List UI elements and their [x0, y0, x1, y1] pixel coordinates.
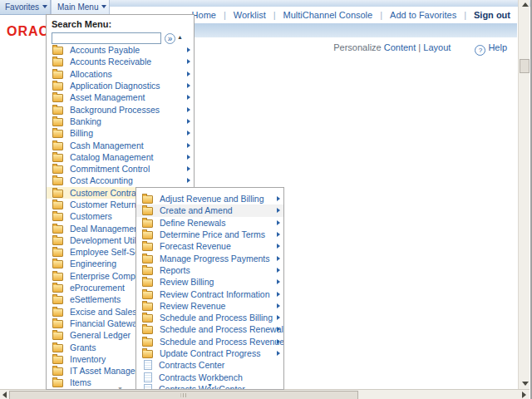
submenu-arrow-icon	[187, 178, 190, 183]
folder-icon	[52, 71, 63, 79]
submenu-item[interactable]: Review Contract Information	[136, 288, 283, 299]
folder-icon	[142, 255, 153, 264]
submenu-item-label: Create and Amend	[160, 205, 283, 215]
menu-item[interactable]: Accounts Payable	[47, 44, 194, 56]
menu-item[interactable]: Cost Accounting	[47, 175, 194, 186]
submenu-item[interactable]: Review Revenue	[136, 300, 283, 312]
menu-item[interactable]: Banking	[47, 116, 194, 127]
tab-favorites[interactable]: Favorites	[0, 0, 51, 15]
scroll-down-icon[interactable]: ▼	[207, 382, 213, 388]
tab-main-menu[interactable]: Main Menu	[51, 0, 110, 14]
personalize-content-link[interactable]: Content	[384, 42, 416, 52]
menu-item[interactable]: Allocations	[47, 68, 194, 80]
menu-item[interactable]: Cash Management	[47, 139, 194, 150]
submenu-item[interactable]: Schedule and Process Renewals	[136, 323, 283, 335]
submenu-item[interactable]: Schedule and Process Billing	[136, 312, 283, 323]
vertical-scrollbar[interactable]	[518, 0, 530, 389]
customer-contracts-submenu: Adjust Revenue and Billing Create and Am…	[135, 187, 284, 390]
horizontal-scrollbar[interactable]	[0, 389, 530, 399]
folder-icon	[142, 219, 153, 228]
chevron-down-icon	[42, 5, 47, 8]
scroll-up-icon[interactable]: ▲	[177, 34, 183, 40]
folder-icon	[142, 314, 153, 323]
folder-icon	[52, 201, 63, 209]
horizontal-scrollbar-thumb[interactable]	[9, 391, 358, 399]
search-input[interactable]	[52, 32, 161, 44]
submenu-item[interactable]: Manage Progress Payments	[136, 252, 283, 264]
submenu-item[interactable]: Update Contract Progress	[136, 347, 283, 359]
submenu-arrow-icon	[277, 208, 280, 213]
menu-item-label: Background Processes	[70, 105, 194, 115]
menu-item[interactable]: Catalog Management	[47, 151, 194, 163]
submenu-item[interactable]: Create and Amend	[136, 204, 283, 216]
submenu-item[interactable]: Adjust Revenue and Billing	[136, 193, 283, 204]
folder-icon	[142, 195, 153, 204]
submenu-item[interactable]: Reports	[136, 264, 283, 276]
search-menu-label: Search Menu:	[52, 19, 189, 29]
layout-link[interactable]: Layout	[423, 42, 451, 52]
scrollbar-left-icon[interactable]	[2, 392, 7, 398]
submenu-item[interactable]: Contracts Center	[136, 359, 283, 371]
doc-icon	[144, 384, 152, 389]
submenu-item[interactable]: Contracts Workbench	[136, 371, 283, 382]
menu-item[interactable]: Application Diagnostics	[47, 80, 194, 91]
menu-item[interactable]: Commitment Control	[47, 163, 194, 175]
submenu-arrow-icon	[277, 220, 280, 225]
submenu-arrow-icon	[277, 327, 280, 332]
header-nav-link[interactable]: Add to Favorites	[390, 10, 474, 20]
folder-icon	[142, 326, 153, 334]
submenu-arrow-icon	[187, 155, 190, 160]
menu-item[interactable]: Accounts Receivable	[47, 56, 194, 67]
menu-item-label: Asset Management	[70, 92, 194, 102]
search-go-button[interactable]: »	[165, 33, 175, 44]
menu-item-label: Cash Management	[70, 140, 194, 150]
submenu-arrow-icon	[187, 131, 190, 135]
folder-icon	[142, 231, 153, 239]
folder-icon	[52, 273, 63, 281]
header-nav-link[interactable]: Worklist	[234, 10, 283, 20]
header-nav-links: HomeWorklistMultiChannel ConsoleAdd to F…	[192, 10, 474, 20]
menu-item[interactable]: Asset Management	[47, 91, 194, 103]
header-nav-link[interactable]: Home	[192, 10, 234, 20]
folder-icon	[142, 278, 153, 287]
help-link[interactable]: ?Help	[475, 42, 507, 52]
tab-favorites-label: Favorites	[5, 2, 39, 12]
folder-icon	[142, 243, 153, 251]
submenu-item[interactable]: Determine Price and Terms	[136, 229, 283, 240]
vertical-scrollbar-thumb[interactable]	[520, 59, 530, 73]
submenu-item[interactable]: Schedule and Process Revenue	[136, 336, 283, 347]
submenu-arrow-icon	[277, 232, 280, 237]
submenu-arrow-icon	[187, 119, 190, 124]
folder-icon	[52, 58, 63, 66]
folder-icon	[52, 320, 63, 328]
header-nav-link[interactable]: MultiChannel Console	[283, 10, 390, 20]
folder-icon	[52, 332, 63, 340]
submenu-item-label: Reports	[160, 265, 283, 275]
submenu-item[interactable]: Define Renewals	[136, 217, 283, 229]
menu-item[interactable]: Billing	[47, 127, 194, 139]
tab-main-menu-label: Main Menu	[57, 2, 98, 12]
menu-item-label: Allocations	[70, 69, 194, 79]
scrollbar-grip-icon	[181, 393, 187, 397]
personalize-label: Personalize	[333, 42, 381, 52]
menu-item[interactable]: Background Processes	[47, 103, 194, 115]
menu-item-label: Cost Accounting	[70, 175, 194, 185]
scrollbar-right-icon[interactable]	[522, 392, 526, 398]
scroll-down-icon[interactable]: ▼	[117, 386, 123, 390]
scrollbar-down-icon[interactable]	[522, 382, 529, 386]
submenu-arrow-icon	[187, 47, 190, 52]
sign-out-link[interactable]: Sign out	[474, 10, 510, 20]
submenu-item-label: Contracts WorkCenter	[159, 384, 283, 389]
folder-icon	[142, 267, 153, 275]
submenu-item[interactable]: Review Billing	[136, 276, 283, 288]
folder-icon	[142, 350, 153, 358]
scrollbar-up-icon[interactable]	[522, 2, 529, 7]
submenu-item-label: Contracts Workbench	[159, 372, 283, 382]
menu-item-label: Billing	[70, 128, 194, 138]
folder-icon	[52, 308, 63, 317]
menu-item-label: Application Diagnostics	[70, 81, 194, 91]
folder-icon	[52, 284, 63, 293]
submenu-item[interactable]: Forecast Revenue	[136, 240, 283, 252]
submenu-item-label: Review Revenue	[160, 301, 283, 311]
submenu-item-label: Manage Progress Payments	[160, 254, 283, 264]
